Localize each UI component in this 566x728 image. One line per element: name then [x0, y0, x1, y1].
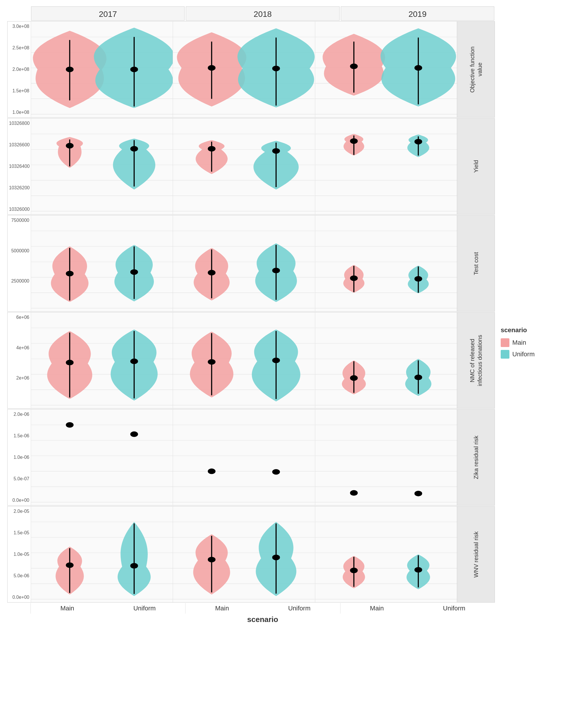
y-axis-0: 3.0e+082.5e+082.0e+081.5e+081.0e+08 [8, 21, 31, 117]
dot-uniform [272, 555, 280, 560]
row-label-5: WNV residual risk [457, 506, 495, 602]
grid-rows: 3.0e+082.5e+082.0e+081.5e+081.0e+08Objec… [7, 21, 495, 603]
row-label-text: WNV residual risk [472, 531, 480, 578]
y-tick: 5.0e-06 [9, 573, 29, 578]
dot-main [66, 360, 74, 365]
dot-main [350, 568, 358, 573]
dot-uniform [414, 375, 422, 380]
cells-1 [31, 118, 457, 214]
y-tick: 5000000 [9, 248, 29, 254]
y-axis-4: 2.0e-061.5e-061.0e-065.0e-070.0e+00 [8, 409, 31, 505]
dot-main [208, 65, 216, 71]
legend-area: scenario Main Uniform [495, 64, 559, 624]
cells-5 [31, 506, 457, 602]
row-label-0: Objective functionvalue [457, 21, 495, 117]
y-tick: 10326000 [9, 207, 29, 212]
y-tick: 10326400 [9, 164, 29, 169]
x-label: Main [215, 605, 229, 612]
dot-main [350, 138, 358, 144]
y-tick: 10326600 [9, 142, 29, 148]
cell-4-0 [31, 409, 173, 505]
row-label-text: Test cost [472, 252, 480, 275]
year-2019: 2019 [341, 6, 494, 21]
y-axis-3: 6e+064e+062e+06 [8, 312, 31, 408]
cells-2 [31, 215, 457, 311]
y-axis-5: 2.0e-051.5e-051.0e-055.0e-060.0e+00 [8, 506, 31, 602]
dot-uniform [130, 432, 138, 437]
y-tick: 0.0e+00 [9, 595, 29, 600]
main-area: 2017 2018 2019 3.0e+082.5e+082.0e+081.5e… [7, 6, 495, 624]
x-cell-2: MainUniform [340, 603, 495, 614]
legend-item-uniform: Uniform [501, 350, 553, 359]
chart-row-4: 2.0e-061.5e-061.0e-065.0e-070.0e+00Zika … [7, 409, 495, 506]
row-label-3: NMC of releasedinfectious donations [457, 312, 495, 408]
cell-1-2 [315, 118, 457, 214]
dot-uniform [414, 276, 422, 282]
y-tick: 1.0e-06 [9, 455, 29, 460]
year-2017: 2017 [31, 6, 185, 21]
y-tick: 2.0e+08 [9, 67, 29, 72]
row-label-2: Test cost [457, 215, 495, 311]
cell-2-1 [173, 215, 314, 311]
cells-3 [31, 312, 457, 408]
row-label-text: Zika residual risk [472, 436, 480, 479]
dot-uniform [130, 66, 138, 72]
dot-main [66, 562, 74, 568]
legend-label-uniform: Uniform [512, 350, 535, 358]
y-tick: 1.0e-05 [9, 552, 29, 557]
x-label: Main [60, 605, 74, 612]
dot-main [66, 271, 74, 276]
x-label: Uniform [133, 605, 156, 612]
x-cell-1: MainUniform [185, 603, 340, 614]
y-tick: 2.0e-05 [9, 509, 29, 514]
y-tick: 2.0e-06 [9, 412, 29, 417]
cell-5-1 [173, 506, 314, 602]
row-label-text: Yield [472, 160, 480, 173]
y-tick: 0.0e+00 [9, 498, 29, 503]
dot-uniform [130, 146, 138, 152]
chart-row-0: 3.0e+082.5e+082.0e+081.5e+081.0e+08Objec… [7, 21, 495, 118]
x-label: Uniform [288, 605, 310, 612]
dot-uniform [272, 469, 280, 474]
dot-main [208, 557, 216, 562]
dot-main [350, 276, 358, 281]
y-tick: 1.5e-06 [9, 433, 29, 438]
row-label-4: Zika residual risk [457, 409, 495, 505]
chart-row-3: 6e+064e+062e+06NMC of releasedinfectious… [7, 312, 495, 409]
y-tick: 10326800 [9, 121, 29, 126]
dot-uniform [130, 563, 138, 569]
cells-0 [31, 21, 457, 117]
legend-item-main: Main [501, 338, 553, 347]
x-cell-0: MainUniform [30, 603, 185, 614]
dot-uniform [272, 148, 280, 154]
chart-row-2: 750000050000002500000Test cost [7, 215, 495, 312]
cell-2-2 [315, 215, 457, 311]
cell-1-1 [173, 118, 314, 214]
dot-uniform [272, 66, 280, 71]
dot-uniform [414, 567, 422, 573]
cell-1-0 [31, 118, 173, 214]
cell-3-0 [31, 312, 173, 408]
cell-5-0 [31, 506, 173, 602]
row-label-1: Yield [457, 118, 495, 214]
y-tick: 1.0e+08 [9, 110, 29, 115]
dot-main [66, 422, 74, 428]
chart-row-5: 2.0e-051.5e-051.0e-055.0e-060.0e+00WNV r… [7, 506, 495, 603]
dot-main [66, 66, 74, 72]
dot-uniform [272, 268, 280, 273]
y-tick: 10326200 [9, 185, 29, 190]
year-headers: 2017 2018 2019 [30, 6, 495, 21]
chart-row-1: 1032680010326600103264001032620010326000… [7, 118, 495, 215]
cell-2-0 [31, 215, 173, 311]
dot-main [208, 468, 216, 474]
y-tick: 4e+06 [9, 345, 29, 350]
y-axis-1: 1032680010326600103264001032620010326000 [8, 118, 31, 214]
year-2018: 2018 [186, 6, 339, 21]
dot-main [66, 143, 74, 148]
y-tick: 2.5e+08 [9, 45, 29, 51]
dot-main [350, 490, 358, 496]
cell-5-2 [315, 506, 457, 602]
y-tick: 1.5e+08 [9, 88, 29, 94]
dot-uniform [130, 359, 138, 364]
dot-main [350, 375, 358, 381]
